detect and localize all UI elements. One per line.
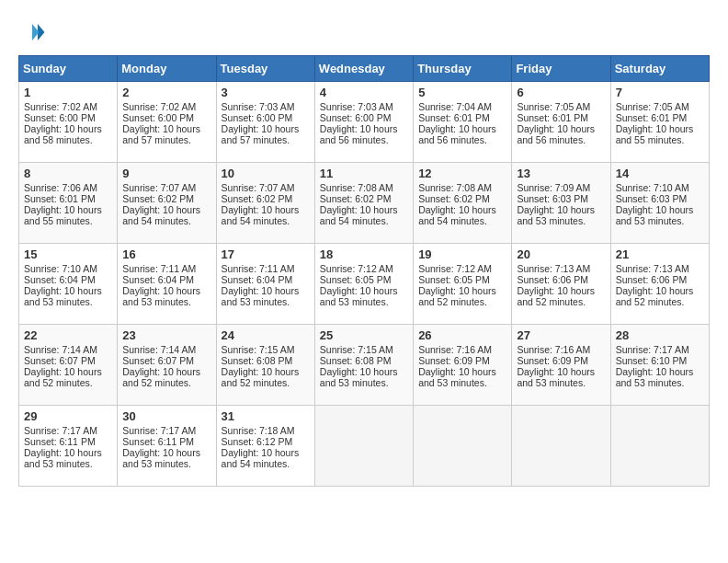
sunset-text: Sunset: 6:00 PM [320, 112, 392, 123]
day-number: 9 [122, 167, 210, 180]
calendar-cell: 13Sunrise: 7:09 AMSunset: 6:03 PMDayligh… [512, 163, 610, 244]
sunset-text: Sunset: 6:01 PM [616, 112, 688, 123]
header-tuesday: Tuesday [216, 56, 314, 82]
calendar-cell [314, 406, 413, 487]
day-number: 3 [222, 86, 310, 99]
daylight-text: Daylight: 10 hours and 54 minutes. [222, 447, 300, 469]
day-number: 6 [517, 86, 605, 99]
header-monday: Monday [118, 56, 216, 82]
sunset-text: Sunset: 6:08 PM [222, 355, 293, 366]
calendar-cell: 3Sunrise: 7:03 AMSunset: 6:00 PMDaylight… [216, 82, 314, 163]
day-number: 7 [616, 86, 704, 99]
calendar-cell: 17Sunrise: 7:11 AMSunset: 6:04 PMDayligh… [216, 244, 314, 325]
day-number: 15 [24, 247, 112, 261]
sunrise-text: Sunrise: 7:06 AM [24, 182, 97, 193]
day-number: 16 [122, 247, 210, 261]
day-number: 21 [616, 247, 704, 261]
sunrise-text: Sunrise: 7:17 AM [616, 344, 689, 355]
calendar-cell: 18Sunrise: 7:12 AMSunset: 6:05 PMDayligh… [314, 244, 413, 325]
daylight-text: Daylight: 10 hours and 53 minutes. [616, 366, 694, 388]
day-number: 13 [517, 167, 605, 180]
daylight-text: Daylight: 10 hours and 58 minutes. [24, 123, 102, 145]
daylight-text: Daylight: 10 hours and 53 minutes. [122, 285, 200, 307]
sunrise-text: Sunrise: 7:14 AM [24, 344, 97, 355]
sunset-text: Sunset: 6:04 PM [222, 274, 293, 285]
calendar-cell: 29Sunrise: 7:17 AMSunset: 6:11 PMDayligh… [19, 406, 118, 487]
sunset-text: Sunset: 6:10 PM [616, 355, 688, 366]
daylight-text: Daylight: 10 hours and 52 minutes. [222, 366, 300, 388]
sunrise-text: Sunrise: 7:13 AM [616, 263, 689, 274]
header-row: SundayMondayTuesdayWednesdayThursdayFrid… [19, 56, 710, 82]
day-number: 29 [24, 409, 112, 423]
daylight-text: Daylight: 10 hours and 56 minutes. [517, 123, 595, 145]
day-number: 2 [122, 86, 210, 99]
day-number: 31 [222, 409, 310, 423]
sunrise-text: Sunrise: 7:02 AM [24, 101, 97, 112]
calendar-cell: 31Sunrise: 7:18 AMSunset: 6:12 PMDayligh… [216, 406, 314, 487]
sunset-text: Sunset: 6:05 PM [320, 274, 392, 285]
calendar-cell: 26Sunrise: 7:16 AMSunset: 6:09 PMDayligh… [414, 325, 512, 406]
calendar-cell [512, 406, 610, 487]
daylight-text: Daylight: 10 hours and 53 minutes. [122, 447, 200, 469]
calendar-cell: 1Sunrise: 7:02 AMSunset: 6:00 PMDaylight… [19, 82, 118, 163]
calendar-cell: 12Sunrise: 7:08 AMSunset: 6:02 PMDayligh… [414, 163, 512, 244]
sunrise-text: Sunrise: 7:02 AM [122, 101, 196, 112]
sunset-text: Sunset: 6:07 PM [24, 355, 96, 366]
sunset-text: Sunset: 6:02 PM [122, 193, 194, 204]
sunset-text: Sunset: 6:03 PM [616, 193, 688, 204]
daylight-text: Daylight: 10 hours and 52 minutes. [122, 366, 200, 388]
sunset-text: Sunset: 6:00 PM [222, 112, 293, 123]
sunrise-text: Sunrise: 7:11 AM [122, 263, 196, 274]
sunrise-text: Sunrise: 7:16 AM [418, 344, 492, 355]
calendar-cell: 27Sunrise: 7:16 AMSunset: 6:09 PMDayligh… [512, 325, 610, 406]
sunset-text: Sunset: 6:09 PM [517, 355, 588, 366]
sunrise-text: Sunrise: 7:11 AM [222, 263, 295, 274]
daylight-text: Daylight: 10 hours and 55 minutes. [616, 123, 694, 145]
calendar-cell: 8Sunrise: 7:06 AMSunset: 6:01 PMDaylight… [19, 163, 118, 244]
sunset-text: Sunset: 6:12 PM [222, 436, 293, 447]
calendar-cell: 30Sunrise: 7:17 AMSunset: 6:11 PMDayligh… [118, 406, 216, 487]
sunrise-text: Sunrise: 7:13 AM [517, 263, 590, 274]
day-number: 17 [222, 247, 310, 261]
sunset-text: Sunset: 6:03 PM [517, 193, 588, 204]
week-row-3: 15Sunrise: 7:10 AMSunset: 6:04 PMDayligh… [19, 244, 710, 325]
daylight-text: Daylight: 10 hours and 55 minutes. [24, 204, 102, 226]
logo-icon [18, 18, 46, 46]
day-number: 25 [320, 328, 408, 342]
daylight-text: Daylight: 10 hours and 52 minutes. [418, 285, 496, 307]
daylight-text: Daylight: 10 hours and 54 minutes. [222, 204, 300, 226]
daylight-text: Daylight: 10 hours and 53 minutes. [24, 447, 102, 469]
day-number: 4 [320, 86, 408, 99]
page-header [18, 18, 710, 46]
sunset-text: Sunset: 6:01 PM [24, 193, 96, 204]
sunset-text: Sunset: 6:06 PM [517, 274, 588, 285]
calendar-cell: 5Sunrise: 7:04 AMSunset: 6:01 PMDaylight… [414, 82, 512, 163]
calendar-cell: 2Sunrise: 7:02 AMSunset: 6:00 PMDaylight… [118, 82, 216, 163]
calendar-cell: 15Sunrise: 7:10 AMSunset: 6:04 PMDayligh… [19, 244, 118, 325]
calendar-cell: 14Sunrise: 7:10 AMSunset: 6:03 PMDayligh… [610, 163, 709, 244]
sunrise-text: Sunrise: 7:17 AM [24, 425, 97, 436]
calendar-cell: 22Sunrise: 7:14 AMSunset: 6:07 PMDayligh… [19, 325, 118, 406]
sunrise-text: Sunrise: 7:08 AM [320, 182, 393, 193]
sunrise-text: Sunrise: 7:12 AM [418, 263, 492, 274]
sunrise-text: Sunrise: 7:08 AM [418, 182, 492, 193]
calendar-cell: 25Sunrise: 7:15 AMSunset: 6:08 PMDayligh… [314, 325, 413, 406]
daylight-text: Daylight: 10 hours and 53 minutes. [616, 204, 694, 226]
sunrise-text: Sunrise: 7:03 AM [222, 101, 295, 112]
sunrise-text: Sunrise: 7:03 AM [320, 101, 393, 112]
day-number: 26 [418, 328, 506, 342]
daylight-text: Daylight: 10 hours and 53 minutes. [24, 285, 102, 307]
sunset-text: Sunset: 6:01 PM [418, 112, 490, 123]
calendar-cell: 11Sunrise: 7:08 AMSunset: 6:02 PMDayligh… [314, 163, 413, 244]
sunrise-text: Sunrise: 7:14 AM [122, 344, 196, 355]
header-saturday: Saturday [610, 56, 709, 82]
sunset-text: Sunset: 6:07 PM [122, 355, 194, 366]
sunset-text: Sunset: 6:08 PM [320, 355, 392, 366]
sunset-text: Sunset: 6:01 PM [517, 112, 588, 123]
daylight-text: Daylight: 10 hours and 54 minutes. [418, 204, 496, 226]
daylight-text: Daylight: 10 hours and 56 minutes. [418, 123, 496, 145]
sunrise-text: Sunrise: 7:15 AM [222, 344, 295, 355]
calendar-cell: 20Sunrise: 7:13 AMSunset: 6:06 PMDayligh… [512, 244, 610, 325]
calendar-cell: 4Sunrise: 7:03 AMSunset: 6:00 PMDaylight… [314, 82, 413, 163]
calendar-cell: 10Sunrise: 7:07 AMSunset: 6:02 PMDayligh… [216, 163, 314, 244]
